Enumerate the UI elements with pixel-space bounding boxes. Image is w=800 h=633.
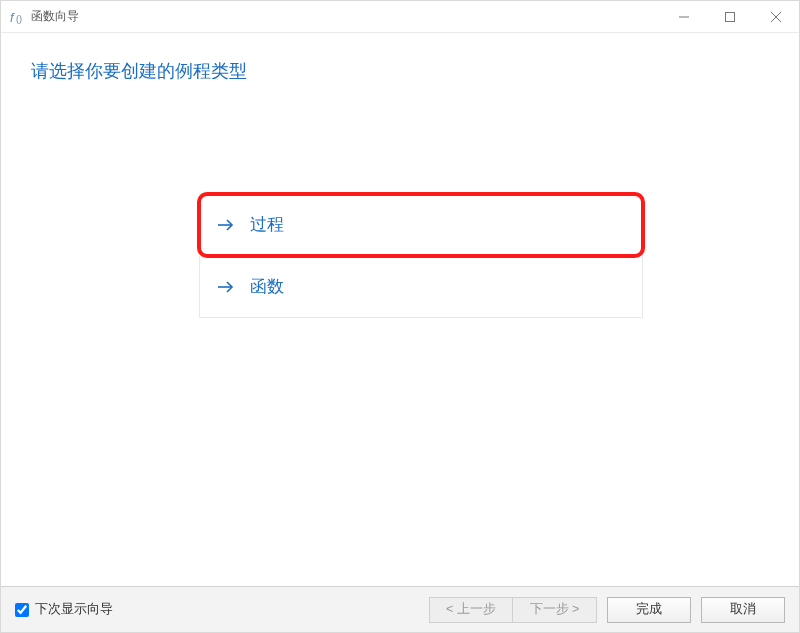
app-icon: f () bbox=[9, 9, 25, 25]
option-function[interactable]: 函数 bbox=[199, 256, 643, 318]
option-procedure[interactable]: 过程 bbox=[199, 194, 643, 256]
svg-text:f: f bbox=[10, 10, 15, 25]
maximize-button[interactable] bbox=[707, 1, 753, 33]
page-heading: 请选择你要创建的例程类型 bbox=[31, 59, 769, 83]
arrow-right-icon bbox=[218, 280, 236, 294]
wizard-window: f () 函数向导 请选择你要创建的例程类型 过程 bbox=[0, 0, 800, 633]
titlebar: f () 函数向导 bbox=[1, 1, 799, 33]
show-next-time-checkbox[interactable]: 下次显示向导 bbox=[15, 601, 113, 618]
minimize-button[interactable] bbox=[661, 1, 707, 33]
next-button: 下一步 > bbox=[513, 597, 597, 623]
arrow-right-icon bbox=[218, 218, 236, 232]
checkbox-label: 下次显示向导 bbox=[35, 601, 113, 618]
svg-text:(): () bbox=[16, 14, 22, 24]
show-next-time-input[interactable] bbox=[15, 603, 29, 617]
window-title: 函数向导 bbox=[31, 8, 79, 25]
wizard-content: 请选择你要创建的例程类型 过程 函数 bbox=[1, 33, 799, 586]
option-label: 过程 bbox=[250, 213, 284, 236]
option-label: 函数 bbox=[250, 275, 284, 298]
cancel-button[interactable]: 取消 bbox=[701, 597, 785, 623]
close-button[interactable] bbox=[753, 1, 799, 33]
finish-button[interactable]: 完成 bbox=[607, 597, 691, 623]
svg-rect-3 bbox=[726, 12, 735, 21]
wizard-footer: 下次显示向导 < 上一步 下一步 > 完成 取消 bbox=[1, 586, 799, 632]
routine-type-list: 过程 函数 bbox=[199, 193, 643, 318]
back-button: < 上一步 bbox=[429, 597, 513, 623]
nav-button-group: < 上一步 下一步 > bbox=[429, 597, 597, 623]
